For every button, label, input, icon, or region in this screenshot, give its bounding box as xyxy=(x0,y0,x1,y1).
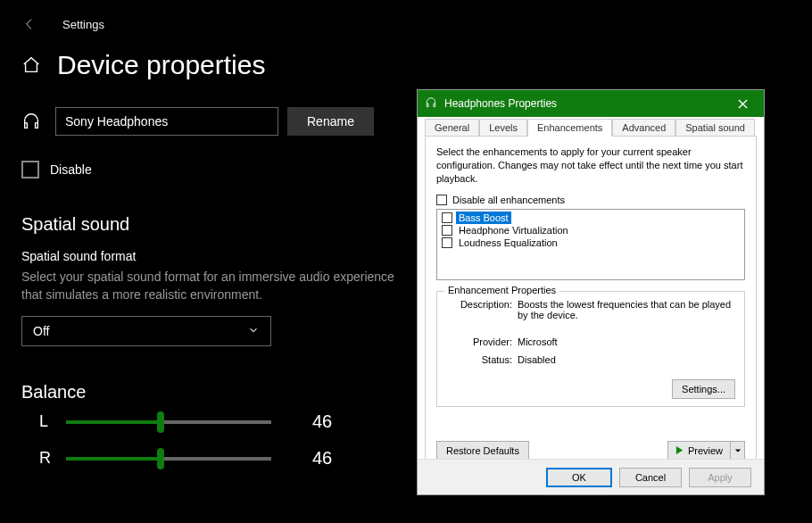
tab-levels[interactable]: Levels xyxy=(479,119,527,136)
spatial-format-dropdown[interactable]: Off xyxy=(21,316,271,346)
settings-label: Settings xyxy=(62,18,104,31)
balance-right-label: R xyxy=(39,449,52,468)
chevron-down-icon xyxy=(247,324,260,339)
tab-general[interactable]: General xyxy=(425,119,479,136)
enhancement-checkbox[interactable] xyxy=(442,237,452,248)
preview-control: Preview xyxy=(667,441,745,461)
tabs-row: General Levels Enhancements Advanced Spa… xyxy=(425,119,757,137)
enhancement-settings-button[interactable]: Settings... xyxy=(672,379,735,399)
balance-right-slider[interactable] xyxy=(66,457,271,461)
description-value: Boosts the lowest frequencies that can b… xyxy=(518,299,735,320)
dialog-titlebar[interactable]: Headphones Properties xyxy=(418,90,764,117)
balance-left-slider[interactable] xyxy=(66,420,271,424)
enhancement-checkbox[interactable] xyxy=(442,225,452,236)
headphones-icon xyxy=(21,112,41,131)
tab-spatial-sound[interactable]: Spatial sound xyxy=(675,119,755,136)
headphones-properties-dialog: Headphones Properties General Levels Enh… xyxy=(417,89,765,495)
top-bar: Settings xyxy=(21,16,791,32)
enhancement-item[interactable]: Loudness Equalization xyxy=(442,237,740,249)
preview-dropdown-button[interactable] xyxy=(731,441,745,461)
dialog-footer: OK Cancel Apply xyxy=(418,459,764,494)
disable-all-checkbox[interactable] xyxy=(436,195,447,205)
tab-content: Select the enhancements to apply for you… xyxy=(425,137,757,472)
spatial-description: Select your spatial sound format for an … xyxy=(21,269,396,303)
device-name-input[interactable] xyxy=(55,107,278,136)
close-button[interactable] xyxy=(728,93,757,114)
description-key: Description: xyxy=(446,299,512,320)
enhancement-label[interactable]: Headphone Virtualization xyxy=(456,224,571,237)
disable-all-row: Disable all enhancements xyxy=(436,195,745,205)
dialog-body: General Levels Enhancements Advanced Spa… xyxy=(418,117,764,479)
enhancement-properties-fieldset: Enhancement Properties Description: Boos… xyxy=(436,291,745,407)
spatial-selected-value: Off xyxy=(33,324,49,338)
enhancements-list[interactable]: Bass Boost Headphone Virtualization Loud… xyxy=(436,209,745,280)
balance-right-value: 46 xyxy=(312,448,332,469)
enhancement-label[interactable]: Bass Boost xyxy=(456,212,511,224)
tab-advanced[interactable]: Advanced xyxy=(612,119,675,136)
enhancement-label[interactable]: Loudness Equalization xyxy=(456,237,560,249)
provider-value: Microsoft xyxy=(518,336,735,347)
home-icon[interactable] xyxy=(21,55,41,75)
disable-all-label: Disable all enhancements xyxy=(452,195,565,205)
enhancement-item[interactable]: Bass Boost xyxy=(442,212,740,224)
page-title: Device properties xyxy=(57,50,265,80)
balance-left-label: L xyxy=(39,412,52,431)
ok-button[interactable]: OK xyxy=(546,468,612,487)
enhancement-item[interactable]: Headphone Virtualization xyxy=(442,224,740,237)
play-icon xyxy=(675,445,684,456)
apply-button[interactable]: Apply xyxy=(689,468,751,487)
properties-legend: Enhancement Properties xyxy=(444,285,559,295)
title-row: Device properties xyxy=(21,50,791,80)
preview-label: Preview xyxy=(688,445,723,456)
back-arrow-icon[interactable] xyxy=(21,16,37,32)
cancel-button[interactable]: Cancel xyxy=(619,468,682,487)
preview-button[interactable]: Preview xyxy=(667,441,731,461)
status-key: Status: xyxy=(446,354,512,365)
status-value: Disabled xyxy=(518,354,735,365)
disable-label: Disable xyxy=(50,162,92,177)
restore-defaults-button[interactable]: Restore Defaults xyxy=(436,441,529,461)
enhancements-instruction: Select the enhancements to apply for you… xyxy=(436,145,745,186)
rename-button[interactable]: Rename xyxy=(287,107,374,136)
enhancement-checkbox[interactable] xyxy=(442,212,452,223)
slider-thumb[interactable] xyxy=(157,448,164,469)
dialog-title: Headphones Properties xyxy=(444,97,557,110)
tab-bottom-row: Restore Defaults Preview xyxy=(436,441,745,461)
tab-enhancements[interactable]: Enhancements xyxy=(527,119,612,137)
slider-thumb[interactable] xyxy=(157,411,164,433)
provider-key: Provider: xyxy=(446,336,512,347)
headphones-icon xyxy=(425,96,437,111)
disable-checkbox[interactable] xyxy=(21,161,39,178)
balance-left-value: 46 xyxy=(312,411,332,432)
